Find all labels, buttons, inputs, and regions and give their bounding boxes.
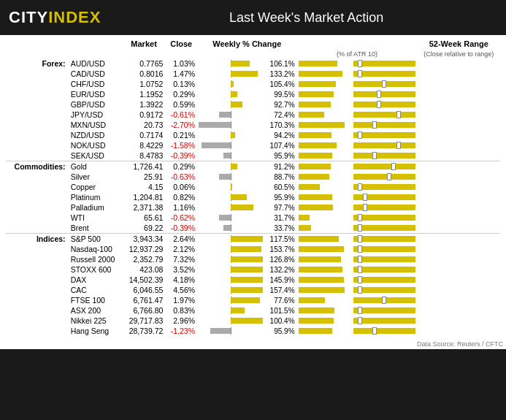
market-name: Copper bbox=[69, 182, 123, 192]
wk-range-val: 157.4% bbox=[264, 285, 296, 295]
52week-bar bbox=[352, 264, 418, 275]
category-label bbox=[6, 130, 69, 140]
52week-bar bbox=[352, 79, 418, 89]
wk-range-val: 95.9% bbox=[264, 326, 296, 336]
pct-value: 0.13% bbox=[165, 79, 197, 89]
close-value: 1.3922 bbox=[123, 99, 166, 110]
close-value: 6,766.80 bbox=[123, 305, 166, 316]
category-label bbox=[6, 295, 69, 305]
pct-bar bbox=[197, 130, 264, 140]
52week-bar bbox=[352, 110, 418, 120]
category-label bbox=[6, 150, 69, 161]
pct-bar bbox=[197, 58, 264, 69]
wk-range-bar bbox=[297, 120, 352, 130]
wk-range-val: 100.4% bbox=[264, 316, 296, 326]
pct-bar bbox=[197, 264, 264, 275]
52week-bar bbox=[352, 254, 418, 264]
market-name: MXN/USD bbox=[69, 120, 123, 130]
52week-bar bbox=[352, 150, 418, 161]
wk-range-bar bbox=[297, 172, 352, 182]
pct-bar bbox=[197, 161, 264, 172]
pct-bar bbox=[197, 295, 264, 305]
pct-value: 0.29% bbox=[165, 161, 197, 172]
market-name: Silver bbox=[69, 172, 123, 182]
col-52week: 52-Week Range bbox=[418, 38, 500, 50]
wk-range-bar bbox=[297, 254, 352, 264]
pct-value: 1.97% bbox=[165, 295, 197, 305]
pct-bar bbox=[197, 120, 264, 130]
52week-bar bbox=[352, 99, 418, 110]
wk-range-bar bbox=[297, 305, 352, 316]
pct-bar bbox=[197, 182, 264, 192]
category-label bbox=[6, 89, 69, 99]
pct-bar bbox=[197, 140, 264, 150]
wk-range-bar bbox=[297, 79, 352, 89]
close-value: 0.9172 bbox=[123, 110, 166, 120]
pct-value: 0.59% bbox=[165, 99, 197, 110]
close-value: 1,204.81 bbox=[123, 192, 166, 202]
market-name: STOXX 600 bbox=[69, 264, 123, 275]
datasource: Data Source: Reuters / CFTC bbox=[0, 339, 506, 349]
market-name: FTSE 100 bbox=[69, 295, 123, 305]
wk-range-bar bbox=[297, 58, 352, 69]
pct-bar bbox=[197, 254, 264, 264]
wk-range-bar bbox=[297, 89, 352, 99]
category-label bbox=[6, 69, 69, 79]
52week-bar bbox=[352, 58, 418, 69]
wk-range-val: 95.9% bbox=[264, 150, 296, 161]
close-value: 6,761.47 bbox=[123, 295, 166, 305]
category-label bbox=[6, 192, 69, 202]
pct-bar bbox=[197, 305, 264, 316]
page-title: Last Week's Market Action bbox=[115, 10, 497, 26]
col-market: Market bbox=[123, 38, 166, 50]
wk-range-bar bbox=[297, 264, 352, 275]
market-name: AUD/USD bbox=[69, 58, 123, 69]
pct-value: 0.83% bbox=[165, 305, 197, 316]
close-value: 0.7765 bbox=[123, 58, 166, 69]
wk-range-val: 170.3% bbox=[264, 120, 296, 130]
close-value: 1.0752 bbox=[123, 79, 166, 89]
wk-range-val: 117.5% bbox=[264, 234, 296, 245]
wk-range-val: 72.4% bbox=[264, 110, 296, 120]
wk-range-bar bbox=[297, 234, 352, 245]
wk-range-bar bbox=[297, 295, 352, 305]
category-label bbox=[6, 79, 69, 89]
pct-bar bbox=[197, 150, 264, 161]
close-value: 28,739.72 bbox=[123, 326, 166, 336]
col-close: Close bbox=[165, 38, 197, 50]
header: CITY INDEX Last Week's Market Action bbox=[0, 0, 506, 35]
category-label bbox=[6, 172, 69, 182]
category-label bbox=[6, 182, 69, 192]
market-name: S&P 500 bbox=[69, 234, 123, 245]
pct-value: 0.06% bbox=[165, 182, 197, 192]
close-value: 0.7174 bbox=[123, 130, 166, 140]
pct-value: 0.21% bbox=[165, 130, 197, 140]
close-value: 1,726.41 bbox=[123, 161, 166, 172]
wk-range-bar bbox=[297, 182, 352, 192]
category-label: Indices: bbox=[6, 234, 69, 245]
52week-bar bbox=[352, 244, 418, 254]
wk-range-bar bbox=[297, 99, 352, 110]
main-content: Market Close Weekly % Change 52-Week Ran… bbox=[0, 35, 506, 339]
52week-bar bbox=[352, 161, 418, 172]
wk-range-bar bbox=[297, 223, 352, 234]
category-label bbox=[6, 99, 69, 110]
52week-bar bbox=[352, 130, 418, 140]
col-weekly-pct: Weekly % Change bbox=[197, 38, 296, 50]
pct-value: 0.29% bbox=[165, 89, 197, 99]
pct-bar bbox=[197, 89, 264, 99]
wk-range-val: 31.7% bbox=[264, 213, 296, 223]
pct-value: -0.62% bbox=[165, 213, 197, 223]
52week-bar bbox=[352, 182, 418, 192]
wk-range-val: 97.7% bbox=[264, 202, 296, 213]
category-label bbox=[6, 326, 69, 336]
wk-range-val: 91.2% bbox=[264, 161, 296, 172]
pct-value: 2.12% bbox=[165, 244, 197, 254]
category-label: Forex: bbox=[6, 58, 69, 69]
market-name: CAC bbox=[69, 285, 123, 295]
market-name: GBP/USD bbox=[69, 99, 123, 110]
market-name: ASX 200 bbox=[69, 305, 123, 316]
wk-range-bar bbox=[297, 316, 352, 326]
market-name: CAD/USD bbox=[69, 69, 123, 79]
wk-range-bar bbox=[297, 275, 352, 285]
